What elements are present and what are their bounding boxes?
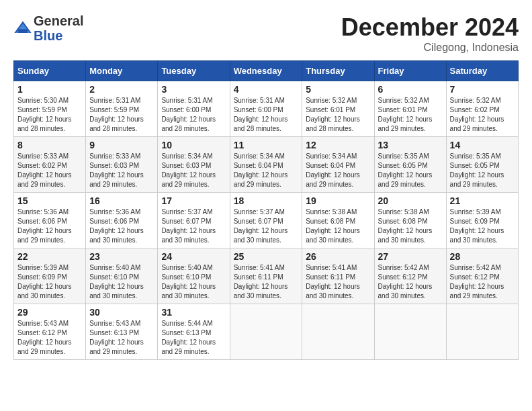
day-info: Sunrise: 5:37 AMSunset: 6:07 PMDaylight:… [161,208,226,245]
day-info: Sunrise: 5:43 AMSunset: 6:12 PMDaylight:… [17,319,82,357]
week-row-5: 29Sunrise: 5:43 AMSunset: 6:12 PMDayligh… [14,304,519,360]
day-number: 24 [161,251,226,262]
header-day-tuesday: Tuesday [158,61,230,81]
day-info: Sunrise: 5:31 AMSunset: 6:00 PMDaylight:… [161,96,226,134]
calendar-cell: 29Sunrise: 5:43 AMSunset: 6:12 PMDayligh… [14,304,86,360]
day-number: 8 [17,140,82,150]
day-info: Sunrise: 5:32 AMSunset: 6:01 PMDaylight:… [378,96,443,134]
calendar-cell [446,304,518,360]
day-info: Sunrise: 5:40 AMSunset: 6:10 PMDaylight:… [89,263,154,301]
calendar-cell: 21Sunrise: 5:39 AMSunset: 6:09 PMDayligh… [446,193,518,248]
page-header: General Blue December 2024 Cilegong, Ind… [13,13,519,54]
day-info: Sunrise: 5:35 AMSunset: 6:05 PMDaylight:… [378,152,443,189]
calendar-cell: 22Sunrise: 5:39 AMSunset: 6:09 PMDayligh… [14,248,86,304]
day-number: 12 [306,140,370,150]
logo: General Blue [13,13,83,43]
day-number: 16 [89,195,154,206]
calendar-cell: 3Sunrise: 5:31 AMSunset: 6:00 PMDaylight… [158,81,230,137]
day-number: 27 [378,251,443,262]
day-info: Sunrise: 5:37 AMSunset: 6:07 PMDaylight:… [234,208,299,245]
day-info: Sunrise: 5:42 AMSunset: 6:12 PMDaylight:… [378,263,443,301]
day-info: Sunrise: 5:35 AMSunset: 6:05 PMDaylight:… [450,152,515,189]
day-info: Sunrise: 5:33 AMSunset: 6:02 PMDaylight:… [17,152,82,189]
svg-rect-2 [18,29,28,33]
logo-blue: Blue [34,28,62,43]
week-row-4: 22Sunrise: 5:39 AMSunset: 6:09 PMDayligh… [14,248,519,304]
calendar-cell: 7Sunrise: 5:32 AMSunset: 6:02 PMDaylight… [446,81,518,137]
header-day-friday: Friday [374,61,446,81]
calendar-cell: 26Sunrise: 5:41 AMSunset: 6:11 PMDayligh… [302,248,374,304]
day-info: Sunrise: 5:34 AMSunset: 6:04 PMDaylight:… [234,152,299,189]
day-number: 22 [17,251,82,262]
day-info: Sunrise: 5:42 AMSunset: 6:12 PMDaylight:… [450,263,515,301]
day-number: 10 [161,140,226,150]
calendar-cell: 28Sunrise: 5:42 AMSunset: 6:12 PMDayligh… [446,248,518,304]
calendar-cell: 27Sunrise: 5:42 AMSunset: 6:12 PMDayligh… [374,248,446,304]
week-row-1: 1Sunrise: 5:30 AMSunset: 5:59 PMDaylight… [14,81,519,137]
day-number: 20 [378,195,443,206]
header-day-saturday: Saturday [446,61,518,81]
day-number: 31 [161,307,226,318]
header-day-sunday: Sunday [14,61,86,81]
day-number: 26 [306,251,370,262]
day-info: Sunrise: 5:39 AMSunset: 6:09 PMDaylight:… [450,208,515,245]
day-info: Sunrise: 5:41 AMSunset: 6:11 PMDaylight:… [234,263,299,301]
calendar-table: SundayMondayTuesdayWednesdayThursdayFrid… [13,60,519,360]
location: Cilegong, Indonesia [341,42,519,54]
day-number: 21 [450,195,515,206]
calendar-cell: 12Sunrise: 5:34 AMSunset: 6:04 PMDayligh… [302,137,374,193]
day-number: 9 [89,140,154,150]
calendar-cell: 17Sunrise: 5:37 AMSunset: 6:07 PMDayligh… [158,193,230,248]
calendar-cell: 18Sunrise: 5:37 AMSunset: 6:07 PMDayligh… [230,193,302,248]
day-number: 2 [89,84,154,95]
day-info: Sunrise: 5:38 AMSunset: 6:08 PMDaylight:… [378,208,443,245]
calendar-cell: 15Sunrise: 5:36 AMSunset: 6:06 PMDayligh… [14,193,86,248]
calendar-cell: 14Sunrise: 5:35 AMSunset: 6:05 PMDayligh… [446,137,518,193]
day-number: 25 [234,251,299,262]
calendar-cell: 23Sunrise: 5:40 AMSunset: 6:10 PMDayligh… [86,248,158,304]
calendar-cell [230,304,302,360]
calendar-cell: 31Sunrise: 5:44 AMSunset: 6:13 PMDayligh… [158,304,230,360]
day-number: 14 [450,140,515,150]
day-info: Sunrise: 5:30 AMSunset: 5:59 PMDaylight:… [17,96,82,134]
day-info: Sunrise: 5:32 AMSunset: 6:01 PMDaylight:… [306,96,370,134]
calendar-cell: 19Sunrise: 5:38 AMSunset: 6:08 PMDayligh… [302,193,374,248]
header-day-wednesday: Wednesday [230,61,302,81]
day-info: Sunrise: 5:44 AMSunset: 6:13 PMDaylight:… [161,319,226,357]
month-title: December 2024 [341,13,519,42]
day-number: 29 [17,307,82,318]
day-number: 1 [17,84,82,95]
calendar-cell: 11Sunrise: 5:34 AMSunset: 6:04 PMDayligh… [230,137,302,193]
day-number: 4 [234,84,299,95]
calendar-cell: 2Sunrise: 5:31 AMSunset: 5:59 PMDaylight… [86,81,158,137]
day-info: Sunrise: 5:41 AMSunset: 6:11 PMDaylight:… [306,263,370,301]
calendar-cell [302,304,374,360]
day-info: Sunrise: 5:31 AMSunset: 6:00 PMDaylight:… [234,96,299,134]
logo-text: General Blue [34,13,83,43]
day-number: 19 [306,195,370,206]
calendar-cell: 6Sunrise: 5:32 AMSunset: 6:01 PMDaylight… [374,81,446,137]
calendar-cell: 8Sunrise: 5:33 AMSunset: 6:02 PMDaylight… [14,137,86,193]
calendar-cell: 13Sunrise: 5:35 AMSunset: 6:05 PMDayligh… [374,137,446,193]
day-info: Sunrise: 5:40 AMSunset: 6:10 PMDaylight:… [161,263,226,301]
calendar-cell: 24Sunrise: 5:40 AMSunset: 6:10 PMDayligh… [158,248,230,304]
day-info: Sunrise: 5:36 AMSunset: 6:06 PMDaylight:… [89,208,154,245]
day-info: Sunrise: 5:38 AMSunset: 6:08 PMDaylight:… [306,208,370,245]
title-section: December 2024 Cilegong, Indonesia [341,13,519,54]
week-row-3: 15Sunrise: 5:36 AMSunset: 6:06 PMDayligh… [14,193,519,248]
calendar-cell: 5Sunrise: 5:32 AMSunset: 6:01 PMDaylight… [302,81,374,137]
calendar-cell: 10Sunrise: 5:34 AMSunset: 6:03 PMDayligh… [158,137,230,193]
calendar-cell: 9Sunrise: 5:33 AMSunset: 6:03 PMDaylight… [86,137,158,193]
calendar-cell [374,304,446,360]
day-number: 30 [89,307,154,318]
calendar-cell: 1Sunrise: 5:30 AMSunset: 5:59 PMDaylight… [14,81,86,137]
day-info: Sunrise: 5:36 AMSunset: 6:06 PMDaylight:… [17,208,82,245]
day-number: 23 [89,251,154,262]
day-number: 15 [17,195,82,206]
calendar-cell: 30Sunrise: 5:43 AMSunset: 6:13 PMDayligh… [86,304,158,360]
day-info: Sunrise: 5:34 AMSunset: 6:04 PMDaylight:… [306,152,370,189]
header-row: SundayMondayTuesdayWednesdayThursdayFrid… [14,61,519,81]
day-number: 28 [450,251,515,262]
day-info: Sunrise: 5:43 AMSunset: 6:13 PMDaylight:… [89,319,154,357]
header-day-thursday: Thursday [302,61,374,81]
